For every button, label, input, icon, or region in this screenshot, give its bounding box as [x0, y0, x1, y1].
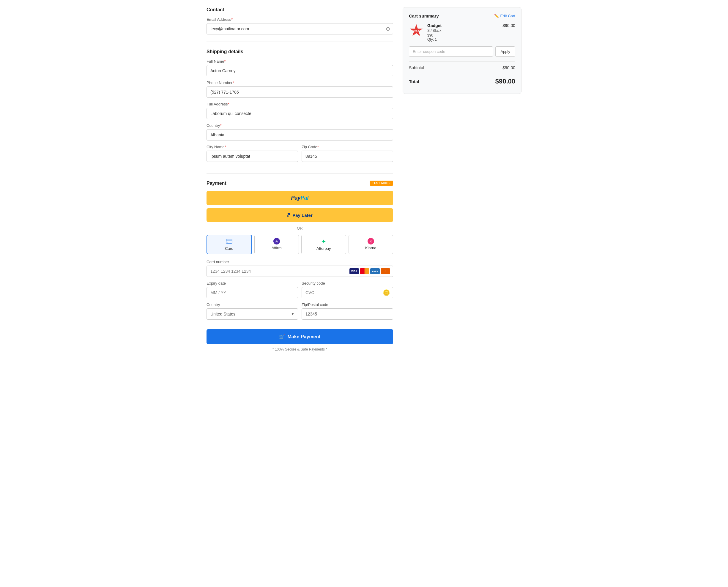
address-input[interactable] [207, 108, 393, 119]
svg-rect-1 [226, 240, 232, 241]
tab-card-label: Card [225, 246, 233, 251]
cvc-wrapper: 🪙 [302, 287, 393, 298]
amex-logo: AMEX [370, 268, 380, 274]
total-value: $90.00 [495, 77, 515, 85]
pp-small-icon: 𝑷 [287, 212, 290, 218]
country-input[interactable] [207, 129, 393, 141]
contact-section: Contact Email Address* ⊙ [207, 7, 393, 34]
cart-summary: Cart summary ✏️ Edit Cart SALE! Gadget S… [403, 7, 521, 94]
card-number-wrapper: VISA AMEX D [207, 265, 393, 277]
edit-cart-link[interactable]: ✏️ Edit Cart [494, 14, 515, 18]
full-name-group: Full Name* [207, 59, 393, 76]
full-name-input[interactable] [207, 65, 393, 76]
afterpay-tab-icon: ✦ [321, 238, 326, 245]
total-label: Total [409, 79, 419, 84]
paypal-button[interactable]: PayPal [207, 191, 393, 205]
cart-item-image: SALE! [409, 23, 424, 38]
edit-icon: ✏️ [494, 14, 499, 18]
cart-item-variant: S / Black [427, 28, 499, 33]
cart-item-details: Gadget S / Black $90 Qty: 1 [427, 23, 499, 42]
country-label: Country* [207, 123, 393, 128]
zip-group: Zip Code* [302, 145, 393, 162]
email-input[interactable] [207, 23, 393, 34]
cart-icon: 🛒 [279, 334, 285, 339]
edit-cart-label: Edit Cart [500, 14, 515, 18]
payment-title: Payment [207, 181, 393, 186]
tab-afterpay-label: Afterpay [316, 246, 331, 251]
cart-item-name: Gadget [427, 23, 499, 28]
expiry-group: Expiry date [207, 281, 298, 298]
coupon-input[interactable] [409, 46, 493, 57]
card-tab-icon [226, 238, 232, 245]
zip-label: Zip Code* [302, 145, 393, 149]
billing-country-select-wrapper: United States Canada United Kingdom Alba… [207, 308, 298, 320]
klarna-tab-icon: K [368, 238, 374, 244]
cart-subtotal-row: Subtotal $90.00 [409, 65, 515, 70]
payment-section: Payment TEST MODE PayPal 𝑷 Pay Later OR [207, 181, 393, 351]
phone-group: Phone Number* [207, 80, 393, 98]
billing-country-label: Country [207, 302, 298, 307]
svg-rect-2 [227, 242, 228, 242]
city-label: City Name* [207, 145, 298, 149]
address-group: Full Address* [207, 102, 393, 119]
city-group: City Name* [207, 145, 298, 162]
subtotal-value: $90.00 [502, 65, 515, 70]
cvc-input[interactable] [302, 287, 393, 298]
or-divider: OR [207, 226, 393, 231]
full-name-label: Full Name* [207, 59, 393, 64]
paypal-logo: PayPal [291, 195, 308, 201]
cvc-card-icon: 🪙 [383, 289, 390, 296]
cvc-group: Security code 🪙 [302, 281, 393, 298]
email-group: Email Address* ⊙ [207, 17, 393, 34]
expiry-input[interactable] [207, 287, 298, 298]
paylater-button[interactable]: 𝑷 Pay Later [207, 208, 393, 222]
email-input-wrapper: ⊙ [207, 23, 393, 34]
billing-zip-input[interactable] [302, 308, 393, 320]
coupon-row: Apply [409, 46, 515, 57]
right-column: Cart summary ✏️ Edit Cart SALE! Gadget S… [403, 7, 521, 351]
email-label: Email Address* [207, 17, 393, 22]
tab-klarna-label: Klarna [365, 246, 376, 250]
phone-input[interactable] [207, 87, 393, 98]
shipping-title: Shipping details [207, 49, 393, 54]
mastercard-logo [360, 268, 369, 274]
city-zip-row: City Name* Zip Code* [207, 145, 393, 166]
divider-1 [207, 42, 393, 42]
cart-item-price: $90.00 [502, 23, 515, 42]
billing-zip-group: Zip/Postal code [302, 302, 393, 320]
expiry-cvc-row: Expiry date Security code 🪙 [207, 281, 393, 302]
tab-card[interactable]: Card [207, 235, 252, 254]
cvc-label: Security code [302, 281, 393, 285]
billing-country-select[interactable]: United States Canada United Kingdom Alba… [207, 308, 298, 320]
make-payment-button[interactable]: 🛒 Make Payment [207, 329, 393, 344]
subtotal-label: Subtotal [409, 65, 424, 70]
cart-divider-2 [409, 74, 515, 74]
tab-klarna[interactable]: K Klarna [349, 235, 393, 254]
paylater-label: Pay Later [292, 213, 312, 218]
card-form: Card number VISA AMEX D Expiry date [207, 260, 393, 324]
expiry-label: Expiry date [207, 281, 298, 285]
billing-country-zip-row: Country United States Canada United King… [207, 302, 393, 324]
cart-title: Cart summary [409, 14, 439, 18]
cart-item-price-small: $90 [427, 33, 499, 38]
payment-tabs: Card A Affirm ✦ Afterpay K Klarna [207, 235, 393, 254]
card-number-label: Card number [207, 260, 393, 264]
city-input[interactable] [207, 150, 298, 162]
visa-logo: VISA [349, 268, 359, 274]
left-column: Contact Email Address* ⊙ Shipping detail… [207, 7, 393, 351]
card-logos: VISA AMEX D [349, 268, 390, 274]
apply-coupon-button[interactable]: Apply [495, 46, 515, 57]
cart-item-qty: Qty: 1 [427, 38, 499, 42]
scan-icon: ⊙ [386, 26, 390, 32]
divider-2 [207, 173, 393, 173]
address-label: Full Address* [207, 102, 393, 107]
cart-total-row: Total $90.00 [409, 77, 515, 85]
tab-afterpay[interactable]: ✦ Afterpay [301, 235, 346, 254]
tab-affirm[interactable]: A Affirm [254, 235, 299, 254]
cart-divider-1 [409, 62, 515, 62]
shipping-section: Shipping details Full Name* Phone Number… [207, 49, 393, 166]
test-mode-badge: TEST MODE [370, 181, 393, 186]
affirm-tab-icon: A [273, 238, 280, 244]
apply-label: Apply [500, 49, 510, 54]
zip-input[interactable] [302, 150, 393, 162]
